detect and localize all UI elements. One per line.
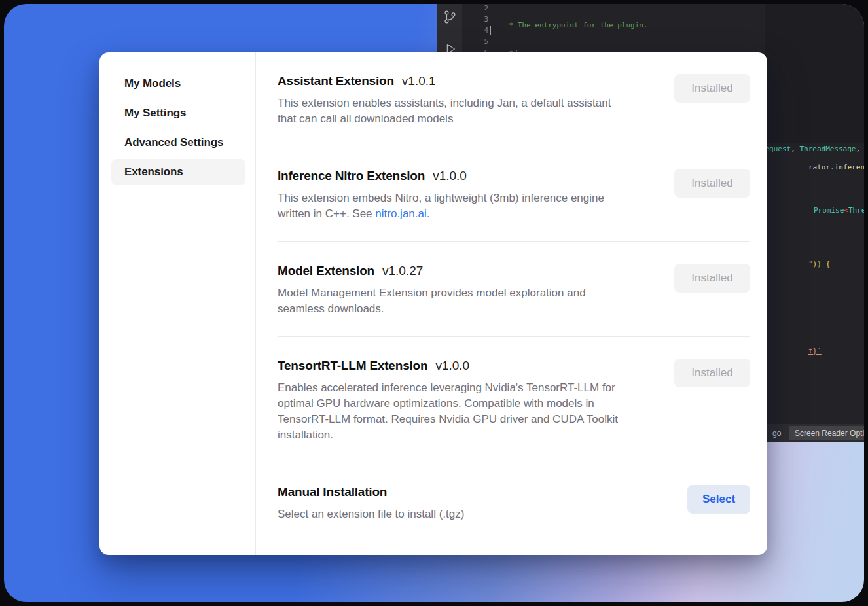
desktop-canvas: 2 3 4 5 6 * The entrypoint for the plugi… [4,4,864,602]
manual-installation-title: Manual Installation [278,485,387,499]
status-bar-text: go [772,429,781,438]
extension-row-assistant: Assistant Extension v1.0.1 This extensio… [278,52,750,147]
extension-description: Enables accelerated inference leveraging… [278,380,659,443]
extension-title: Inference Nitro Extension [278,169,425,183]
extension-version: v1.0.0 [435,359,469,373]
line-numbers: 2 3 4 5 6 [463,4,488,58]
installed-button[interactable]: Installed [674,169,750,198]
settings-sidebar: My Models My Settings Advanced Settings … [99,52,256,555]
nitro-jan-ai-link[interactable]: nitro.jan.ai [375,207,426,220]
code-fragment-template-end: t}` [774,338,822,365]
screenshot-frame: 2 3 4 5 6 * The entrypoint for the plugi… [0,0,868,606]
extension-description: This extension embeds Nitro, a lightweig… [278,190,659,222]
select-file-button[interactable]: Select [687,485,750,514]
sidebar-item-my-settings[interactable]: My Settings [111,100,245,126]
sidebar-item-my-models[interactable]: My Models [111,71,245,97]
extension-row-tensorrt-llm: TensortRT-LLM Extension v1.0.0 Enables a… [278,337,750,463]
extension-version: v1.0.27 [382,264,423,278]
extension-row-inference-nitro: Inference Nitro Extension v1.0.0 This ex… [278,147,750,242]
screen-reader-status-item[interactable]: Screen Reader Optimiz [789,426,864,440]
extension-row-model: Model Extension v1.0.27 Model Management… [278,242,750,337]
extension-description: This extension enables assistants, inclu… [278,96,659,127]
settings-modal: My Models My Settings Advanced Settings … [99,52,767,555]
installed-button[interactable]: Installed [674,264,750,293]
sidebar-item-extensions[interactable]: Extensions [111,159,245,185]
extension-title: Assistant Extension [278,74,394,88]
installed-button[interactable]: Installed [674,359,750,387]
manual-installation-row: Manual Installation Select an extension … [278,463,750,542]
extension-title: Model Extension [278,264,374,278]
code-fragment-block-open: ")) { [774,251,830,278]
text-cursor [490,26,491,35]
installed-button[interactable]: Installed [674,74,750,103]
extension-title: TensortRT-LLM Extension [278,359,427,373]
manual-installation-description: Select an extension file to install (.tg… [278,507,659,522]
code-fragment-inference: rator.inference(data)); [774,154,864,181]
source-control-icon[interactable] [443,9,457,25]
sidebar-item-advanced-settings[interactable]: Advanced Settings [111,130,245,156]
extensions-list: Assistant Extension v1.0.1 This extensio… [256,52,767,555]
extension-version: v1.0.0 [433,169,467,183]
extension-description: Model Management Extension provides mode… [278,285,659,317]
extension-version: v1.0.1 [402,74,436,88]
code-fragment-promise: Promise<ThreadMessage> [779,197,864,224]
